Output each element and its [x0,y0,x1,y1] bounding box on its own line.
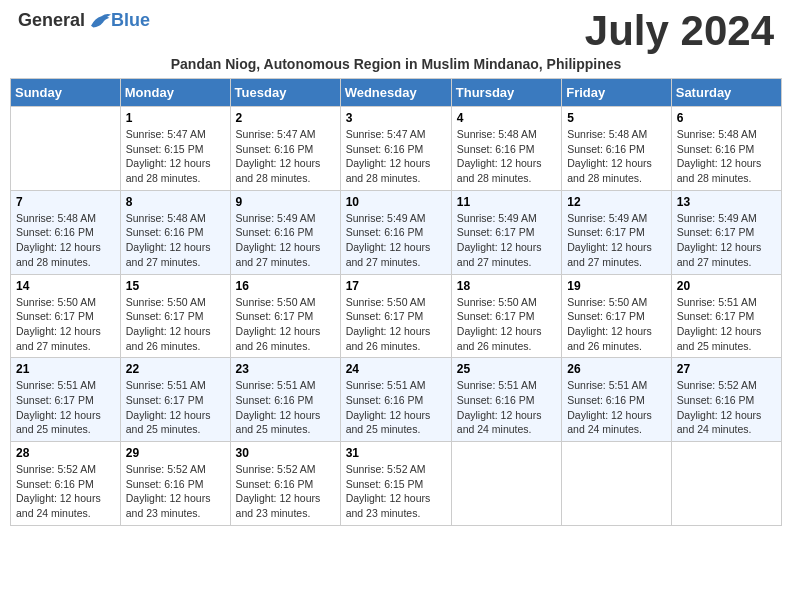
week-row-5: 28Sunrise: 5:52 AM Sunset: 6:16 PM Dayli… [11,442,782,526]
calendar-cell: 19Sunrise: 5:50 AM Sunset: 6:17 PM Dayli… [562,274,672,358]
calendar-subtitle: Pandan Niog, Autonomous Region in Muslim… [10,56,782,72]
day-info: Sunrise: 5:48 AM Sunset: 6:16 PM Dayligh… [677,127,776,186]
calendar-cell: 30Sunrise: 5:52 AM Sunset: 6:16 PM Dayli… [230,442,340,526]
day-number: 4 [457,111,556,125]
day-info: Sunrise: 5:52 AM Sunset: 6:16 PM Dayligh… [677,378,776,437]
day-info: Sunrise: 5:51 AM Sunset: 6:16 PM Dayligh… [346,378,446,437]
calendar-cell: 22Sunrise: 5:51 AM Sunset: 6:17 PM Dayli… [120,358,230,442]
calendar-cell: 14Sunrise: 5:50 AM Sunset: 6:17 PM Dayli… [11,274,121,358]
calendar-cell: 13Sunrise: 5:49 AM Sunset: 6:17 PM Dayli… [671,190,781,274]
calendar-table: SundayMondayTuesdayWednesdayThursdayFrid… [10,78,782,526]
day-info: Sunrise: 5:52 AM Sunset: 6:16 PM Dayligh… [126,462,225,521]
calendar-cell: 5Sunrise: 5:48 AM Sunset: 6:16 PM Daylig… [562,107,672,191]
day-number: 25 [457,362,556,376]
calendar-cell: 23Sunrise: 5:51 AM Sunset: 6:16 PM Dayli… [230,358,340,442]
day-info: Sunrise: 5:51 AM Sunset: 6:16 PM Dayligh… [567,378,666,437]
day-number: 2 [236,111,335,125]
day-number: 18 [457,279,556,293]
day-number: 1 [126,111,225,125]
day-number: 8 [126,195,225,209]
logo-area: General Blue [18,10,150,31]
day-number: 15 [126,279,225,293]
calendar-cell: 27Sunrise: 5:52 AM Sunset: 6:16 PM Dayli… [671,358,781,442]
day-info: Sunrise: 5:48 AM Sunset: 6:16 PM Dayligh… [567,127,666,186]
header-cell-tuesday: Tuesday [230,79,340,107]
day-info: Sunrise: 5:48 AM Sunset: 6:16 PM Dayligh… [457,127,556,186]
day-number: 21 [16,362,115,376]
day-number: 29 [126,446,225,460]
day-number: 3 [346,111,446,125]
calendar-cell [451,442,561,526]
day-info: Sunrise: 5:50 AM Sunset: 6:17 PM Dayligh… [16,295,115,354]
calendar-cell [11,107,121,191]
day-info: Sunrise: 5:51 AM Sunset: 6:17 PM Dayligh… [677,295,776,354]
day-info: Sunrise: 5:50 AM Sunset: 6:17 PM Dayligh… [567,295,666,354]
calendar-cell: 9Sunrise: 5:49 AM Sunset: 6:16 PM Daylig… [230,190,340,274]
day-info: Sunrise: 5:51 AM Sunset: 6:17 PM Dayligh… [16,378,115,437]
calendar-cell: 12Sunrise: 5:49 AM Sunset: 6:17 PM Dayli… [562,190,672,274]
day-number: 11 [457,195,556,209]
calendar-cell: 8Sunrise: 5:48 AM Sunset: 6:16 PM Daylig… [120,190,230,274]
day-info: Sunrise: 5:50 AM Sunset: 6:17 PM Dayligh… [346,295,446,354]
header-cell-wednesday: Wednesday [340,79,451,107]
calendar-cell: 4Sunrise: 5:48 AM Sunset: 6:16 PM Daylig… [451,107,561,191]
day-info: Sunrise: 5:47 AM Sunset: 6:16 PM Dayligh… [236,127,335,186]
day-info: Sunrise: 5:47 AM Sunset: 6:15 PM Dayligh… [126,127,225,186]
calendar-cell: 10Sunrise: 5:49 AM Sunset: 6:16 PM Dayli… [340,190,451,274]
day-number: 5 [567,111,666,125]
header-cell-monday: Monday [120,79,230,107]
day-number: 19 [567,279,666,293]
day-number: 10 [346,195,446,209]
day-info: Sunrise: 5:47 AM Sunset: 6:16 PM Dayligh… [346,127,446,186]
calendar-cell: 21Sunrise: 5:51 AM Sunset: 6:17 PM Dayli… [11,358,121,442]
calendar-cell: 31Sunrise: 5:52 AM Sunset: 6:15 PM Dayli… [340,442,451,526]
logo-blue-text: Blue [111,10,150,31]
calendar-cell: 6Sunrise: 5:48 AM Sunset: 6:16 PM Daylig… [671,107,781,191]
day-number: 28 [16,446,115,460]
day-number: 27 [677,362,776,376]
day-number: 9 [236,195,335,209]
day-info: Sunrise: 5:50 AM Sunset: 6:17 PM Dayligh… [236,295,335,354]
day-info: Sunrise: 5:49 AM Sunset: 6:16 PM Dayligh… [236,211,335,270]
calendar-cell: 28Sunrise: 5:52 AM Sunset: 6:16 PM Dayli… [11,442,121,526]
day-number: 22 [126,362,225,376]
header-cell-sunday: Sunday [11,79,121,107]
calendar-cell: 20Sunrise: 5:51 AM Sunset: 6:17 PM Dayli… [671,274,781,358]
week-row-2: 7Sunrise: 5:48 AM Sunset: 6:16 PM Daylig… [11,190,782,274]
header-cell-friday: Friday [562,79,672,107]
day-number: 30 [236,446,335,460]
day-info: Sunrise: 5:51 AM Sunset: 6:16 PM Dayligh… [457,378,556,437]
calendar-cell: 25Sunrise: 5:51 AM Sunset: 6:16 PM Dayli… [451,358,561,442]
header-cell-thursday: Thursday [451,79,561,107]
calendar-cell: 2Sunrise: 5:47 AM Sunset: 6:16 PM Daylig… [230,107,340,191]
day-number: 17 [346,279,446,293]
calendar-cell: 11Sunrise: 5:49 AM Sunset: 6:17 PM Dayli… [451,190,561,274]
calendar-cell [671,442,781,526]
day-number: 26 [567,362,666,376]
calendar-cell: 7Sunrise: 5:48 AM Sunset: 6:16 PM Daylig… [11,190,121,274]
logo-bird-icon [87,11,111,31]
day-info: Sunrise: 5:50 AM Sunset: 6:17 PM Dayligh… [457,295,556,354]
day-number: 16 [236,279,335,293]
day-info: Sunrise: 5:48 AM Sunset: 6:16 PM Dayligh… [126,211,225,270]
day-info: Sunrise: 5:50 AM Sunset: 6:17 PM Dayligh… [126,295,225,354]
logo-general-text: General [18,10,85,31]
day-number: 12 [567,195,666,209]
day-info: Sunrise: 5:49 AM Sunset: 6:17 PM Dayligh… [567,211,666,270]
day-number: 23 [236,362,335,376]
day-number: 20 [677,279,776,293]
header: General Blue July 2024 [10,10,782,52]
week-row-3: 14Sunrise: 5:50 AM Sunset: 6:17 PM Dayli… [11,274,782,358]
day-number: 7 [16,195,115,209]
calendar-cell: 29Sunrise: 5:52 AM Sunset: 6:16 PM Dayli… [120,442,230,526]
calendar-cell: 16Sunrise: 5:50 AM Sunset: 6:17 PM Dayli… [230,274,340,358]
day-info: Sunrise: 5:51 AM Sunset: 6:16 PM Dayligh… [236,378,335,437]
header-cell-saturday: Saturday [671,79,781,107]
day-number: 14 [16,279,115,293]
day-number: 13 [677,195,776,209]
calendar-cell: 1Sunrise: 5:47 AM Sunset: 6:15 PM Daylig… [120,107,230,191]
day-info: Sunrise: 5:52 AM Sunset: 6:16 PM Dayligh… [236,462,335,521]
day-info: Sunrise: 5:49 AM Sunset: 6:16 PM Dayligh… [346,211,446,270]
day-info: Sunrise: 5:49 AM Sunset: 6:17 PM Dayligh… [677,211,776,270]
calendar-cell: 18Sunrise: 5:50 AM Sunset: 6:17 PM Dayli… [451,274,561,358]
